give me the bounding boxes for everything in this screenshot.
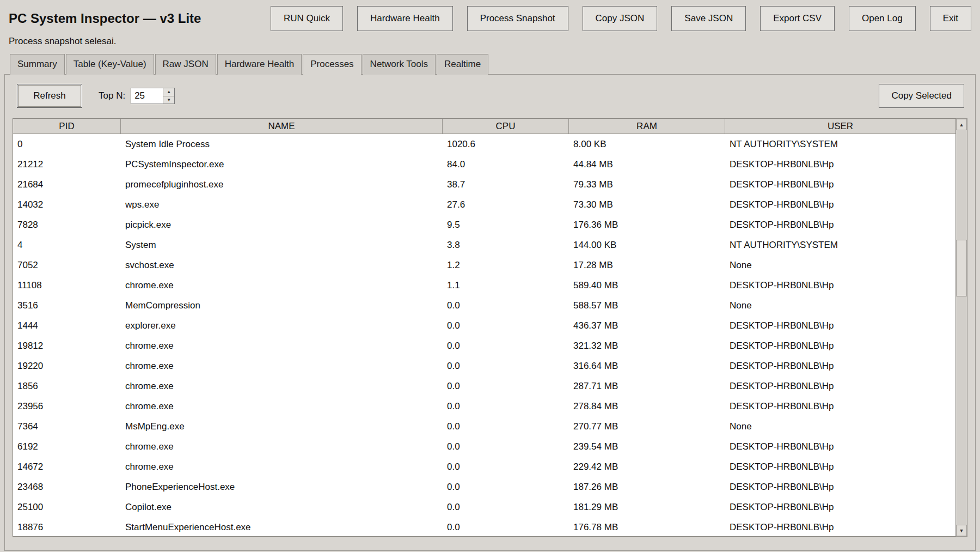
processes-tab-panel: Refresh Top N: ▲ ▼ Copy Selected PIDNAME… xyxy=(4,74,976,551)
cell-user: DESKTOP-HRB0NLB\Hp xyxy=(725,376,955,396)
table-row[interactable]: 6192chrome.exe0.0239.54 MBDESKTOP-HRB0NL… xyxy=(13,436,955,457)
vertical-scrollbar[interactable]: ▲ ▼ xyxy=(956,118,967,537)
tab-realtime[interactable]: Realtime xyxy=(437,54,488,75)
cell-ram: 589.40 MB xyxy=(569,275,725,295)
table-row[interactable]: 14032wps.exe27.673.30 MBDESKTOP-HRB0NLB\… xyxy=(13,195,955,215)
cell-pid: 25100 xyxy=(13,497,121,517)
cell-pid: 7364 xyxy=(13,416,121,436)
spin-up-icon[interactable]: ▲ xyxy=(163,88,174,96)
cell-cpu: 0.0 xyxy=(443,295,569,316)
cell-user: NT AUTHORITY\SYSTEM xyxy=(725,235,955,255)
cell-cpu: 0.0 xyxy=(443,416,569,436)
spin-down-icon[interactable]: ▼ xyxy=(163,96,174,104)
table-row[interactable]: 14672chrome.exe0.0229.42 MBDESKTOP-HRB0N… xyxy=(13,457,955,477)
table-row[interactable]: 3516MemCompression0.0588.57 MBNone xyxy=(13,295,955,316)
table-row[interactable]: 25100Copilot.exe0.0181.29 MBDESKTOP-HRB0… xyxy=(13,497,955,517)
cell-name: picpick.exe xyxy=(121,215,443,235)
cell-user: DESKTOP-HRB0NLB\Hp xyxy=(725,316,955,336)
toolbar-button-open-log[interactable]: Open Log xyxy=(849,6,916,31)
cell-name: chrome.exe xyxy=(121,336,443,356)
tab-summary[interactable]: Summary xyxy=(10,54,65,75)
toolbar: RUN QuickHardware HealthProcess Snapshot… xyxy=(271,6,971,31)
cell-pid: 21684 xyxy=(13,174,121,195)
toolbar-button-run-quick[interactable]: RUN Quick xyxy=(271,6,343,31)
cell-name: PCSystemInspector.exe xyxy=(121,154,443,174)
tab-raw-json[interactable]: Raw JSON xyxy=(155,54,216,75)
table-row[interactable]: 21684promecefpluginhost.exe38.779.33 MBD… xyxy=(13,174,955,195)
top-n-spinbox: ▲ ▼ xyxy=(131,88,175,104)
table-row[interactable]: 1444explorer.exe0.0436.37 MBDESKTOP-HRB0… xyxy=(13,316,955,336)
scroll-down-icon[interactable]: ▼ xyxy=(956,525,967,536)
scrollbar-thumb[interactable] xyxy=(956,240,967,296)
cell-pid: 4 xyxy=(13,235,121,255)
table-header-row: PIDNAMECPURAMUSER xyxy=(13,119,955,134)
cell-pid: 3516 xyxy=(13,295,121,316)
cell-name: svchost.exe xyxy=(121,255,443,275)
toolbar-button-exit[interactable]: Exit xyxy=(930,6,971,31)
process-table-wrap: PIDNAMECPURAMUSER 0System Idle Process10… xyxy=(13,118,967,537)
column-header-ram[interactable]: RAM xyxy=(569,119,725,134)
table-row[interactable]: 4System3.8144.00 KBNT AUTHORITY\SYSTEM xyxy=(13,235,955,255)
column-header-name[interactable]: NAME xyxy=(121,119,443,134)
table-row[interactable]: 23956chrome.exe0.0278.84 MBDESKTOP-HRB0N… xyxy=(13,396,955,416)
cell-pid: 23468 xyxy=(13,477,121,497)
cell-user: DESKTOP-HRB0NLB\Hp xyxy=(725,436,955,457)
cell-cpu: 0.0 xyxy=(443,517,569,537)
cell-name: PhoneExperienceHost.exe xyxy=(121,477,443,497)
cell-pid: 7052 xyxy=(13,255,121,275)
column-header-user[interactable]: USER xyxy=(725,119,955,134)
top-bar: PC System Inspector — v3 Lite RUN QuickH… xyxy=(0,0,980,35)
toolbar-button-process-snapshot[interactable]: Process Snapshot xyxy=(467,6,568,31)
spin-arrows: ▲ ▼ xyxy=(163,88,174,104)
column-header-cpu[interactable]: CPU xyxy=(443,119,569,134)
toolbar-button-copy-json[interactable]: Copy JSON xyxy=(583,6,658,31)
cell-cpu: 1020.6 xyxy=(443,134,569,154)
cell-name: promecefpluginhost.exe xyxy=(121,174,443,195)
cell-ram: 321.32 MB xyxy=(569,336,725,356)
table-row[interactable]: 1856chrome.exe0.0287.71 MBDESKTOP-HRB0NL… xyxy=(13,376,955,396)
table-row[interactable]: 21212PCSystemInspector.exe84.044.84 MBDE… xyxy=(13,154,955,174)
cell-pid: 1444 xyxy=(13,316,121,336)
tab-bar: SummaryTable (Key-Value)Raw JSONHardware… xyxy=(4,53,976,74)
table-row[interactable]: 19812chrome.exe0.0321.32 MBDESKTOP-HRB0N… xyxy=(13,336,955,356)
table-row[interactable]: 23468PhoneExperienceHost.exe0.0187.26 MB… xyxy=(13,477,955,497)
cell-pid: 14032 xyxy=(13,195,121,215)
table-row[interactable]: 7828picpick.exe9.5176.36 MBDESKTOP-HRB0N… xyxy=(13,215,955,235)
toolbar-button-save-json[interactable]: Save JSON xyxy=(671,6,746,31)
cell-pid: 23956 xyxy=(13,396,121,416)
tab-table-key-value[interactable]: Table (Key-Value) xyxy=(66,54,154,75)
table-row[interactable]: 7364MsMpEng.exe0.0270.77 MBNone xyxy=(13,416,955,436)
table-body: 0System Idle Process1020.68.00 KBNT AUTH… xyxy=(13,134,955,537)
table-row[interactable]: 19220chrome.exe0.0316.64 MBDESKTOP-HRB0N… xyxy=(13,356,955,376)
table-row[interactable]: 11108chrome.exe1.1589.40 MBDESKTOP-HRB0N… xyxy=(13,275,955,295)
tab-network-tools[interactable]: Network Tools xyxy=(363,54,436,75)
toolbar-button-export-csv[interactable]: Export CSV xyxy=(760,6,835,31)
tab-hardware-health[interactable]: Hardware Health xyxy=(217,54,302,75)
cell-cpu: 0.0 xyxy=(443,436,569,457)
cell-ram: 79.33 MB xyxy=(569,174,725,195)
top-n-input[interactable] xyxy=(131,88,163,104)
copy-selected-button[interactable]: Copy Selected xyxy=(879,84,964,108)
cell-name: chrome.exe xyxy=(121,436,443,457)
toolbar-button-hardware-health[interactable]: Hardware Health xyxy=(357,6,453,31)
column-header-pid[interactable]: PID xyxy=(13,119,121,134)
cell-user: DESKTOP-HRB0NLB\Hp xyxy=(725,356,955,376)
cell-cpu: 1.2 xyxy=(443,255,569,275)
status-text: Process snapshot selesai. xyxy=(0,35,980,49)
table-row[interactable]: 0System Idle Process1020.68.00 KBNT AUTH… xyxy=(13,134,955,154)
table-row[interactable]: 7052svchost.exe1.217.28 MBNone xyxy=(13,255,955,275)
refresh-button[interactable]: Refresh xyxy=(17,84,82,108)
cell-ram: 176.36 MB xyxy=(569,215,725,235)
cell-ram: 8.00 KB xyxy=(569,134,725,154)
tab-processes[interactable]: Processes xyxy=(303,54,361,75)
cell-name: chrome.exe xyxy=(121,376,443,396)
cell-ram: 588.57 MB xyxy=(569,295,725,316)
cell-user: DESKTOP-HRB0NLB\Hp xyxy=(725,215,955,235)
app-title: PC System Inspector — v3 Lite xyxy=(9,11,201,26)
cell-cpu: 0.0 xyxy=(443,376,569,396)
cell-user: DESKTOP-HRB0NLB\Hp xyxy=(725,195,955,215)
cell-ram: 17.28 MB xyxy=(569,255,725,275)
cell-user: DESKTOP-HRB0NLB\Hp xyxy=(725,517,955,537)
scroll-up-icon[interactable]: ▲ xyxy=(956,119,967,130)
table-row[interactable]: 18876StartMenuExperienceHost.exe0.0176.7… xyxy=(13,517,955,537)
